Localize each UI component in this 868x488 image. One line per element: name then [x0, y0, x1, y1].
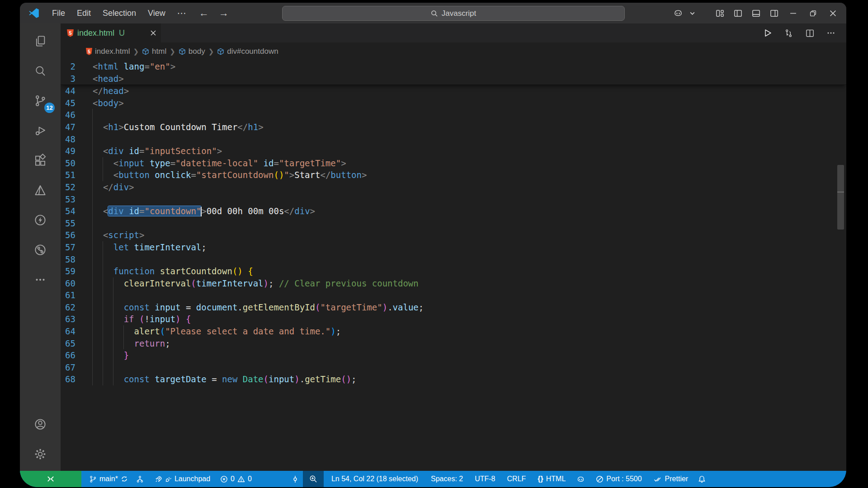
close-tab-icon[interactable]	[150, 30, 156, 36]
code-line-3[interactable]: 3<head>	[61, 73, 846, 85]
thunder-client-icon[interactable]	[29, 210, 51, 230]
copilot-icon[interactable]	[669, 6, 687, 20]
code-line-44[interactable]: 44</head>	[61, 85, 846, 97]
explorer-icon[interactable]	[29, 31, 51, 52]
toggle-panel-icon[interactable]	[747, 6, 765, 20]
code-line-59[interactable]: 59 function startCountdown() {	[61, 265, 846, 277]
line-number[interactable]: 2	[61, 61, 75, 73]
code-line-45[interactable]: 45<body>	[61, 97, 846, 109]
line-number[interactable]: 63	[61, 313, 75, 325]
breadcrumb-html[interactable]: html	[142, 47, 166, 56]
line-number[interactable]: 51	[61, 169, 75, 181]
customize-layout-icon[interactable]	[711, 6, 729, 20]
line-number[interactable]: 50	[61, 157, 75, 169]
line-number[interactable]: 47	[61, 121, 75, 133]
line-number[interactable]: 55	[61, 217, 75, 230]
code-line-61[interactable]: 61	[61, 289, 846, 301]
line-number[interactable]: 57	[61, 241, 75, 253]
more-views-icon[interactable]	[29, 269, 51, 290]
forward-arrow-icon[interactable]: →	[219, 7, 229, 19]
breadcrumb-div-countdown[interactable]: div#countdown	[217, 47, 278, 56]
line-number[interactable]: 53	[61, 193, 75, 206]
toggle-secondary-sidebar-icon[interactable]	[765, 6, 783, 20]
settings-gear-icon[interactable]	[29, 444, 51, 465]
code-line-49[interactable]: 49 <div id="inputSection">	[61, 145, 846, 157]
prism-extension-icon[interactable]	[29, 180, 51, 201]
minimize-button[interactable]	[783, 3, 803, 23]
code-line-57[interactable]: 57 let timerInterval;	[61, 241, 846, 253]
formatter-status[interactable]: Prettier	[650, 471, 693, 487]
git-branch-status[interactable]: main*	[85, 471, 132, 487]
code-line-54[interactable]: 54 <div id="countdown">00d 00h 00m 00s</…	[61, 205, 846, 217]
code-editor[interactable]: 2<html lang="en">3<head> 44</head>45<bod…	[61, 61, 846, 471]
encoding-status[interactable]: UTF-8	[471, 471, 499, 487]
line-number[interactable]: 46	[61, 109, 75, 121]
code-line-60[interactable]: 60 clearInterval(timerInterval); // Clea…	[61, 277, 846, 290]
line-number[interactable]: 66	[61, 349, 75, 361]
code-line-52[interactable]: 52 </div>	[61, 181, 846, 193]
code-line-51[interactable]: 51 <button onclick="startCountdown()">St…	[61, 169, 846, 181]
problems-status[interactable]: 0 0	[216, 471, 256, 487]
line-number[interactable]: 62	[61, 301, 75, 314]
code-line-53[interactable]: 53	[61, 193, 846, 206]
line-number[interactable]: 67	[61, 361, 75, 374]
code-line-46[interactable]: 46	[61, 109, 846, 121]
line-number[interactable]: 49	[61, 145, 75, 157]
code-line-64[interactable]: 64 alert("Please select a date and time.…	[61, 325, 846, 338]
menu-edit[interactable]: Edit	[71, 7, 97, 20]
close-window-button[interactable]	[823, 3, 843, 23]
live-server-port[interactable]: Port : 5500	[592, 471, 646, 487]
line-number[interactable]: 61	[61, 289, 75, 301]
code-line-68[interactable]: 68 const targetDate = new Date(input).ge…	[61, 373, 846, 385]
line-number[interactable]: 65	[61, 338, 75, 350]
back-arrow-icon[interactable]: ←	[199, 7, 209, 19]
source-control-icon[interactable]: 12	[29, 90, 51, 111]
breadcrumb-body[interactable]: body	[179, 47, 205, 56]
menu-file[interactable]: File	[46, 7, 71, 20]
remote-indicator[interactable]	[20, 471, 81, 487]
line-number[interactable]: 60	[61, 277, 75, 290]
code-line-55[interactable]: 55	[61, 217, 846, 230]
more-actions-icon[interactable]	[826, 28, 835, 38]
line-number[interactable]: 56	[61, 229, 75, 241]
line-number[interactable]: 52	[61, 181, 75, 193]
code-line-50[interactable]: 50 <input type="datetime-local" id="targ…	[61, 157, 846, 169]
menu-overflow[interactable]: ⋯	[171, 6, 193, 20]
copilot-status[interactable]	[572, 471, 589, 487]
line-number[interactable]: 45	[61, 97, 75, 109]
launchpad-button[interactable]: Launchpad	[151, 471, 214, 487]
code-line-66[interactable]: 66 }	[61, 349, 846, 361]
code-line-58[interactable]: 58	[61, 253, 846, 266]
line-number[interactable]: 44	[61, 85, 75, 97]
notifications-bell[interactable]	[694, 471, 710, 487]
split-editor-icon[interactable]	[805, 28, 815, 38]
account-icon[interactable]	[29, 414, 51, 435]
restore-button[interactable]	[803, 3, 823, 23]
code-line-63[interactable]: 63 if (!input) {	[61, 313, 846, 325]
run-debug-icon[interactable]	[29, 120, 51, 141]
chevron-down-icon[interactable]	[687, 6, 697, 20]
code-line-48[interactable]: 48	[61, 133, 846, 145]
command-center-search[interactable]: Javascript	[282, 6, 625, 21]
code-line-67[interactable]: 67	[61, 361, 846, 374]
line-number[interactable]: 3	[61, 73, 75, 85]
line-number[interactable]: 54	[61, 205, 75, 217]
menu-view[interactable]: View	[142, 7, 171, 20]
code-line-47[interactable]: 47 <h1>Custom Countdown Timer</h1>	[61, 121, 846, 133]
search-view-icon[interactable]	[29, 61, 51, 81]
git-graph-button[interactable]	[132, 471, 148, 487]
menu-selection[interactable]: Selection	[97, 7, 142, 20]
line-number[interactable]: 59	[61, 265, 75, 277]
code-line-56[interactable]: 56 <script>	[61, 229, 846, 241]
cursor-position[interactable]: Ln 54, Col 22 (18 selected)	[327, 471, 422, 487]
zoom-status-item[interactable]	[303, 471, 324, 487]
extensions-icon[interactable]	[29, 150, 51, 171]
line-number[interactable]: 48	[61, 133, 75, 145]
toggle-primary-sidebar-icon[interactable]	[729, 6, 747, 20]
git-graph-extension-icon[interactable]	[29, 239, 51, 260]
tab-index-html[interactable]: 5 index.html U	[61, 23, 161, 42]
line-number[interactable]: 64	[61, 325, 75, 338]
indentation-status[interactable]: Spaces: 2	[427, 471, 467, 487]
code-line-65[interactable]: 65 return;	[61, 338, 846, 350]
run-file-icon[interactable]	[763, 28, 772, 38]
